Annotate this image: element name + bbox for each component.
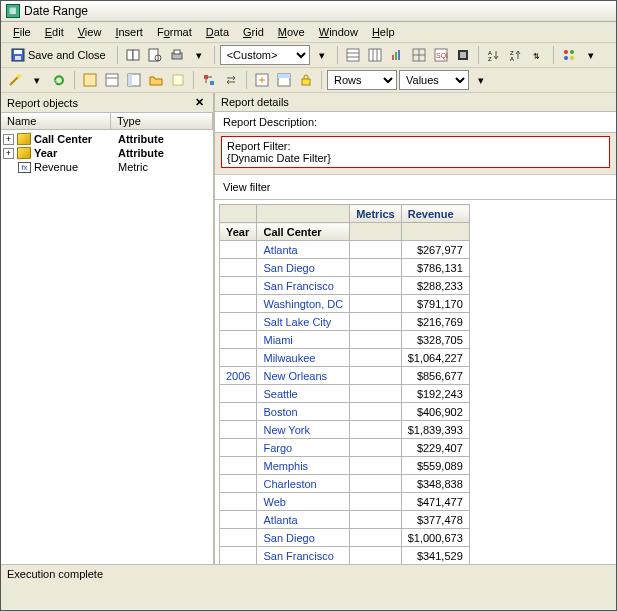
revenue-header[interactable]: Revenue: [401, 205, 469, 223]
table-row[interactable]: Milwaukee$1,064,227: [220, 349, 470, 367]
values-select[interactable]: Values: [399, 70, 469, 90]
refresh-icon[interactable]: [49, 70, 69, 90]
year-header[interactable]: Year: [220, 223, 257, 241]
callcenter-cell: San Francisco: [257, 277, 350, 295]
table-row[interactable]: San Diego$786,131: [220, 259, 470, 277]
menu-window[interactable]: Window: [313, 24, 364, 40]
year-cell-empty: [220, 403, 257, 421]
sql-icon[interactable]: SQL: [431, 45, 451, 65]
table3-icon[interactable]: [124, 70, 144, 90]
az-settings-icon[interactable]: ⇅: [528, 45, 548, 65]
view-filter-label[interactable]: View filter: [215, 174, 616, 200]
table-row[interactable]: Washington, DC$791,170: [220, 295, 470, 313]
layout-grid-icon[interactable]: [409, 45, 429, 65]
film-icon[interactable]: [453, 45, 473, 65]
sort-za-icon[interactable]: ZA: [506, 45, 526, 65]
svg-point-33: [570, 56, 574, 60]
dropdown-arrow-icon[interactable]: ▾: [189, 45, 209, 65]
tree-row[interactable]: fxRevenueMetric: [1, 160, 213, 174]
tree-row[interactable]: +Call CenterAttribute: [1, 132, 213, 146]
table-row[interactable]: San Francisco$341,529: [220, 547, 470, 565]
svg-rect-4: [133, 50, 139, 60]
merge-icon[interactable]: [274, 70, 294, 90]
palette-icon[interactable]: [559, 45, 579, 65]
tree-item-name: Year: [34, 147, 118, 159]
revenue-cell: $348,838: [401, 475, 469, 493]
table-row[interactable]: San Francisco$288,233: [220, 277, 470, 295]
menu-move[interactable]: Move: [272, 24, 311, 40]
custom-select[interactable]: <Custom>: [220, 45, 310, 65]
table-row[interactable]: 2006New Orleans$856,677: [220, 367, 470, 385]
expand-icon[interactable]: +: [3, 134, 14, 145]
svg-rect-3: [127, 50, 133, 60]
table2-icon[interactable]: [102, 70, 122, 90]
menu-format[interactable]: Format: [151, 24, 198, 40]
rows-select[interactable]: Rows: [327, 70, 397, 90]
tree-item-name: Call Center: [34, 133, 118, 145]
table-row[interactable]: New York$1,839,393: [220, 421, 470, 439]
sort-az-icon[interactable]: AZ: [484, 45, 504, 65]
autosize-icon[interactable]: [252, 70, 272, 90]
pivot-icon[interactable]: [199, 70, 219, 90]
table-row[interactable]: San Diego$1,000,673: [220, 529, 470, 547]
wand-icon[interactable]: [5, 70, 25, 90]
menu-data[interactable]: Data: [200, 24, 235, 40]
table-row[interactable]: Seattle$192,243: [220, 385, 470, 403]
note-icon[interactable]: [168, 70, 188, 90]
swap-icon[interactable]: [221, 70, 241, 90]
print-icon[interactable]: [167, 45, 187, 65]
revenue-cell: $786,131: [401, 259, 469, 277]
expand-icon[interactable]: +: [3, 148, 14, 159]
col-type-header[interactable]: Type: [111, 113, 213, 129]
metrics-cell: [350, 349, 402, 367]
col-name-header[interactable]: Name: [1, 113, 111, 129]
menu-help[interactable]: Help: [366, 24, 401, 40]
table-row[interactable]: Salt Lake City$216,769: [220, 313, 470, 331]
table-row[interactable]: Miami$328,705: [220, 331, 470, 349]
svg-rect-15: [392, 55, 394, 60]
tree-item-type: Metric: [118, 161, 148, 173]
revenue-cell: $288,233: [401, 277, 469, 295]
table-row[interactable]: Atlanta$267,977: [220, 241, 470, 259]
dropdown-arrow3-icon[interactable]: ▾: [581, 45, 601, 65]
close-pane-button[interactable]: ✕: [192, 96, 207, 109]
book-icon[interactable]: [123, 45, 143, 65]
table1-icon[interactable]: [80, 70, 100, 90]
titlebar: ▦ Date Range: [1, 1, 616, 22]
year-cell-empty: [220, 385, 257, 403]
preview-icon[interactable]: [145, 45, 165, 65]
menu-file[interactable]: File: [7, 24, 37, 40]
dropdown-arrow4-icon[interactable]: ▾: [27, 70, 47, 90]
table-row[interactable]: Charleston$348,838: [220, 475, 470, 493]
table-row[interactable]: Boston$406,902: [220, 403, 470, 421]
callcenter-cell: Memphis: [257, 457, 350, 475]
menu-edit[interactable]: Edit: [39, 24, 70, 40]
menu-grid[interactable]: Grid: [237, 24, 270, 40]
callcenter-header[interactable]: Call Center: [257, 223, 350, 241]
revenue-cell: $1,064,227: [401, 349, 469, 367]
svg-rect-17: [398, 50, 400, 60]
table-row[interactable]: Fargo$229,407: [220, 439, 470, 457]
grid-area: Metrics Revenue Year Call Center Atlanta…: [215, 200, 616, 564]
grid-mode2-icon[interactable]: [365, 45, 385, 65]
svg-point-31: [570, 50, 574, 54]
window-title: Date Range: [24, 4, 88, 18]
dropdown-arrow2-icon[interactable]: ▾: [312, 45, 332, 65]
chart-icon[interactable]: [387, 45, 407, 65]
report-grid[interactable]: Metrics Revenue Year Call Center Atlanta…: [219, 204, 470, 564]
folder-icon[interactable]: [146, 70, 166, 90]
tree-row[interactable]: +YearAttribute: [1, 146, 213, 160]
metrics-header[interactable]: Metrics: [350, 205, 402, 223]
menu-insert[interactable]: Insert: [109, 24, 149, 40]
year-cell-empty: [220, 493, 257, 511]
table-row[interactable]: Web$471,477: [220, 493, 470, 511]
callcenter-cell: San Diego: [257, 529, 350, 547]
table-row[interactable]: Atlanta$377,478: [220, 511, 470, 529]
svg-rect-24: [460, 52, 466, 58]
lock-icon[interactable]: [296, 70, 316, 90]
menu-view[interactable]: View: [72, 24, 108, 40]
dropdown-arrow5-icon[interactable]: ▾: [471, 70, 491, 90]
save-and-close-button[interactable]: Save and Close: [5, 46, 112, 64]
table-row[interactable]: Memphis$559,089: [220, 457, 470, 475]
grid-mode1-icon[interactable]: [343, 45, 363, 65]
